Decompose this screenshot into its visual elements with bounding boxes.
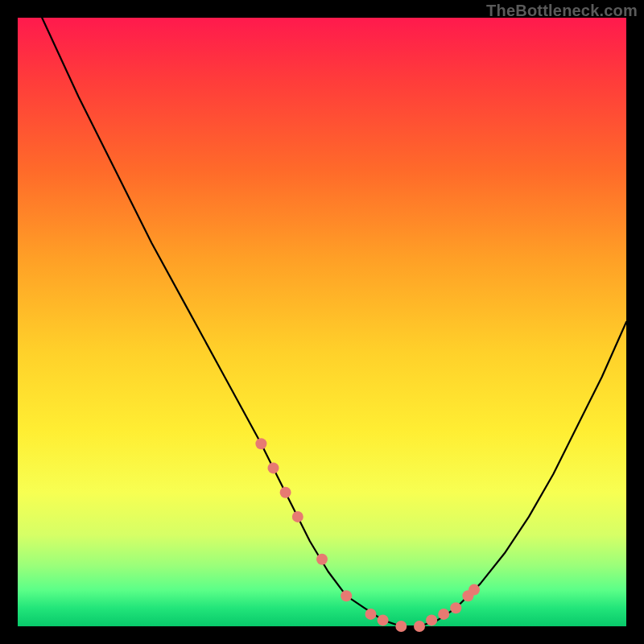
marker-point <box>414 621 425 632</box>
bottleneck-curve <box>18 18 626 626</box>
marker-point <box>268 462 279 473</box>
marker-point <box>469 584 480 596</box>
marker-point <box>450 602 461 613</box>
marker-point <box>341 590 352 601</box>
marker-point <box>292 511 303 522</box>
marker-point <box>395 621 407 632</box>
marker-point <box>365 609 377 620</box>
chart-frame: TheBottleneck.com <box>0 0 644 644</box>
marker-point <box>378 614 389 625</box>
marker-point <box>255 438 266 449</box>
curve-line <box>42 18 626 626</box>
marker-point <box>316 554 328 565</box>
marker-point <box>438 609 449 620</box>
marker-point <box>280 487 291 498</box>
curve-markers <box>255 438 480 632</box>
marker-point <box>426 614 437 625</box>
attribution-text: TheBottleneck.com <box>486 2 638 20</box>
